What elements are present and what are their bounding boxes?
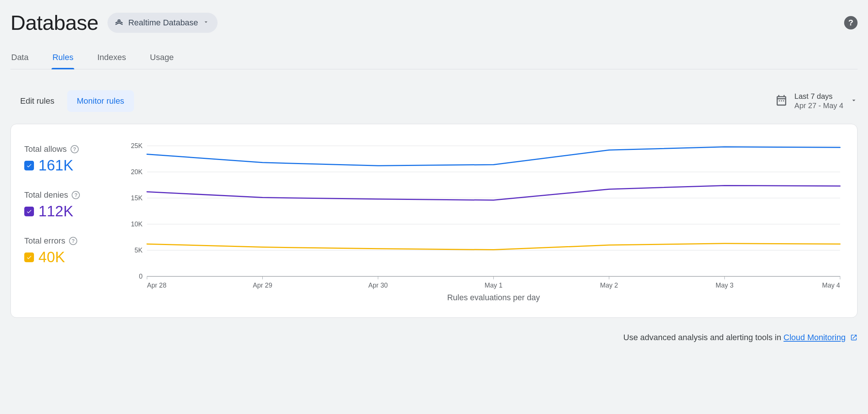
- legend-allows-checkbox[interactable]: [24, 161, 34, 170]
- svg-text:May 4: May 4: [822, 282, 840, 289]
- legend-denies: Total denies ? 112K: [24, 190, 110, 220]
- footer-note: Use advanced analysis and alerting tools…: [10, 333, 858, 342]
- date-range-picker[interactable]: Last 7 days Apr 27 - May 4: [775, 92, 858, 110]
- svg-rect-1: [781, 100, 782, 101]
- rules-chart: 05K10K15K20K25KApr 28Apr 29Apr 30May 1Ma…: [125, 142, 844, 302]
- cloud-monitoring-link[interactable]: Cloud Monitoring: [784, 333, 846, 342]
- monitor-rules-card: Total allows ? 161K Total denies ?: [10, 124, 858, 318]
- tab-usage[interactable]: Usage: [149, 48, 175, 69]
- date-range-value: Apr 27 - May 4: [794, 101, 843, 110]
- chevron-down-icon: [203, 19, 209, 27]
- legend-denies-value: 112K: [38, 203, 73, 220]
- realtime-db-icon: [114, 17, 124, 28]
- legend-errors-label: Total errors: [24, 236, 65, 246]
- svg-rect-0: [779, 100, 780, 101]
- svg-text:Apr 29: Apr 29: [253, 282, 272, 289]
- svg-text:Apr 28: Apr 28: [147, 282, 166, 289]
- svg-text:May 1: May 1: [484, 282, 502, 289]
- chevron-down-icon: [850, 97, 858, 106]
- legend-allows-value: 161K: [38, 157, 73, 174]
- legend-denies-checkbox[interactable]: [24, 207, 34, 216]
- svg-text:Rules evaluations per day: Rules evaluations per day: [447, 293, 540, 302]
- chart-legend: Total allows ? 161K Total denies ?: [24, 142, 110, 302]
- svg-text:10K: 10K: [131, 220, 143, 228]
- tab-rules[interactable]: Rules: [51, 48, 74, 69]
- svg-rect-2: [783, 100, 784, 101]
- legend-errors-value: 40K: [38, 249, 65, 266]
- date-range-preset: Last 7 days: [794, 92, 843, 101]
- page-title: Database: [10, 10, 99, 35]
- footer-prefix: Use advanced analysis and alerting tools…: [623, 333, 783, 342]
- svg-text:20K: 20K: [131, 168, 143, 176]
- legend-denies-label: Total denies: [24, 190, 68, 200]
- legend-errors: Total errors ? 40K: [24, 236, 110, 266]
- legend-allows-label: Total allows: [24, 144, 67, 154]
- help-icon[interactable]: ?: [844, 16, 858, 29]
- help-icon[interactable]: ?: [71, 145, 79, 153]
- legend-errors-checkbox[interactable]: [24, 253, 34, 262]
- database-selector-label: Realtime Database: [128, 18, 198, 28]
- rules-subtabs: Edit rules Monitor rules: [10, 90, 134, 112]
- subtab-edit-rules[interactable]: Edit rules: [10, 90, 64, 112]
- svg-text:Apr 30: Apr 30: [368, 282, 388, 289]
- svg-text:5K: 5K: [135, 247, 143, 254]
- svg-text:15K: 15K: [131, 194, 143, 202]
- svg-text:May 3: May 3: [716, 282, 734, 289]
- tab-indexes[interactable]: Indexes: [97, 48, 127, 69]
- calendar-icon: [775, 94, 788, 108]
- main-tabs: Data Rules Indexes Usage: [10, 48, 858, 69]
- subtab-monitor-rules[interactable]: Monitor rules: [67, 90, 134, 112]
- database-selector[interactable]: Realtime Database: [107, 13, 218, 33]
- legend-allows: Total allows ? 161K: [24, 144, 110, 174]
- svg-text:25K: 25K: [131, 142, 143, 150]
- tab-data[interactable]: Data: [10, 48, 29, 69]
- external-link-icon: [850, 333, 858, 342]
- help-icon[interactable]: ?: [72, 191, 80, 199]
- svg-text:0: 0: [139, 273, 143, 280]
- svg-text:May 2: May 2: [600, 282, 618, 289]
- help-icon[interactable]: ?: [69, 237, 77, 245]
